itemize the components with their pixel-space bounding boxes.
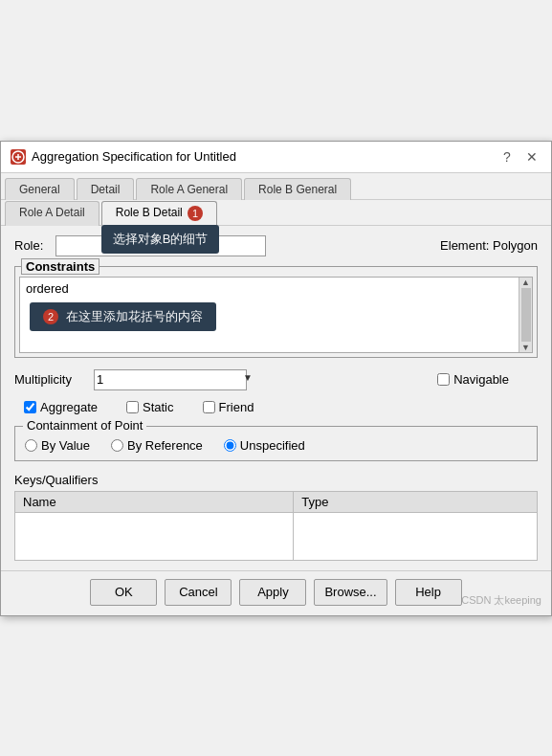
constraints-legend: Constraints (21, 258, 99, 275)
app-icon (11, 149, 26, 165)
aggregate-check: Aggregate (24, 400, 98, 414)
tabs-container: General Detail Role A General Role B Gen… (1, 173, 551, 200)
keys-qualifiers-table: Name Type (14, 491, 538, 561)
footer: OK Cancel Apply Browse... Help CSDN 太kee… (1, 570, 551, 615)
constraints-area[interactable]: ordered → ▲ ▼ 2 在这里添加花括号的内容 (19, 277, 533, 353)
apply-button[interactable]: Apply (239, 579, 306, 606)
multiplicity-label: Multiplicity (14, 372, 86, 387)
unspecified-radio[interactable] (224, 439, 236, 452)
cancel-button[interactable]: Cancel (165, 579, 232, 606)
aggregate-label: Aggregate (40, 400, 98, 414)
friend-check: Friend (203, 400, 254, 414)
tab-detail[interactable]: Detail (77, 178, 135, 200)
browse-button[interactable]: Browse... (314, 579, 386, 606)
type-cell (294, 512, 538, 560)
ok-button[interactable]: OK (90, 579, 157, 606)
by-value-radio[interactable] (25, 439, 37, 452)
scroll-up[interactable]: ▲ (521, 278, 530, 287)
tooltip-badge-2: 2 (43, 309, 58, 324)
unspecified-label: Unspecified (240, 438, 305, 453)
title-bar: Aggregation Specification for Untitled ?… (1, 142, 551, 173)
friend-checkbox[interactable] (203, 401, 215, 413)
watermark: CSDN 太keeping (461, 593, 541, 608)
tabs-row2: Role A Detail Role B Detail 1 选择对象B的细节 (1, 200, 551, 226)
constraints-group: Constraints ordered → ▲ ▼ 2 在这里添加花括号的内容 (14, 266, 538, 358)
checkboxes-row: Aggregate Static Friend (14, 400, 538, 414)
by-reference-option: By Reference (111, 438, 203, 453)
by-value-label: By Value (41, 438, 90, 453)
scroll-thumb[interactable] (521, 288, 531, 342)
keys-qualifiers-label: Keys/Qualifiers (14, 473, 538, 487)
dialog-title: Aggregation Specification for Untitled (32, 149, 236, 164)
by-value-option: By Value (25, 438, 90, 453)
navigable-check: Navigable (437, 372, 538, 387)
help-footer-button[interactable]: Help (395, 579, 462, 606)
containment-legend: Containment of Point (23, 418, 146, 433)
by-reference-radio[interactable] (111, 439, 123, 452)
tab-badge: 1 (188, 206, 203, 221)
element-info: Element: Polygon (440, 238, 538, 253)
scrollbar[interactable]: ▲ ▼ (519, 278, 532, 352)
constraints-tooltip: 2 在这里添加花括号的内容 (30, 302, 216, 331)
tab-general[interactable]: General (5, 178, 75, 200)
tab-role-b-detail[interactable]: Role B Detail 1 (101, 201, 217, 226)
role-row: Role: Element: Polygon (14, 235, 538, 256)
containment-group: Containment of Point By Value By Referen… (14, 426, 538, 461)
title-bar-controls: ? ✕ (497, 147, 541, 167)
role-label: Role: (14, 238, 48, 253)
navigable-checkbox[interactable] (437, 373, 450, 386)
tab-role-b-general[interactable]: Role B General (244, 178, 351, 200)
tab-role-a-detail[interactable]: Role A Detail (5, 201, 99, 226)
close-button[interactable]: ✕ (522, 147, 541, 167)
name-cell (15, 512, 294, 560)
tab-role-b-detail-wrap: Role B Detail 1 选择对象B的细节 (101, 200, 217, 225)
navigable-label: Navigable (453, 372, 509, 387)
multiplicity-row: Multiplicity 1 0..1 0..* 1..* * Navigabl… (14, 369, 538, 390)
dialog-content: Role: Element: Polygon Constraints order… (1, 226, 551, 570)
tab-tooltip: 选择对象B的细节 (101, 225, 220, 254)
table-row (15, 512, 538, 560)
static-checkbox[interactable] (126, 401, 139, 413)
aggregate-checkbox[interactable] (24, 401, 36, 413)
unspecified-option: Unspecified (224, 438, 305, 453)
title-bar-left: Aggregation Specification for Untitled (11, 149, 236, 165)
scroll-down[interactable]: ▼ (521, 343, 530, 352)
multiplicity-select[interactable]: 1 0..1 0..* 1..* * (94, 369, 247, 390)
tab-role-a-general[interactable]: Role A General (136, 178, 242, 200)
friend-label: Friend (219, 400, 254, 414)
radio-row: By Value By Reference Unspecified (25, 438, 527, 453)
static-label: Static (143, 400, 174, 414)
keys-qualifiers-section: Keys/Qualifiers Name Type (14, 473, 538, 561)
multiplicity-select-wrap: 1 0..1 0..* 1..* * (94, 369, 256, 390)
help-button[interactable]: ? (497, 147, 517, 167)
col-name: Name (15, 491, 294, 512)
constraints-text: ordered (26, 281, 69, 296)
static-check: Static (126, 400, 174, 414)
dialog-window: Aggregation Specification for Untitled ?… (0, 141, 552, 616)
by-reference-label: By Reference (127, 438, 203, 453)
col-type: Type (294, 491, 538, 512)
